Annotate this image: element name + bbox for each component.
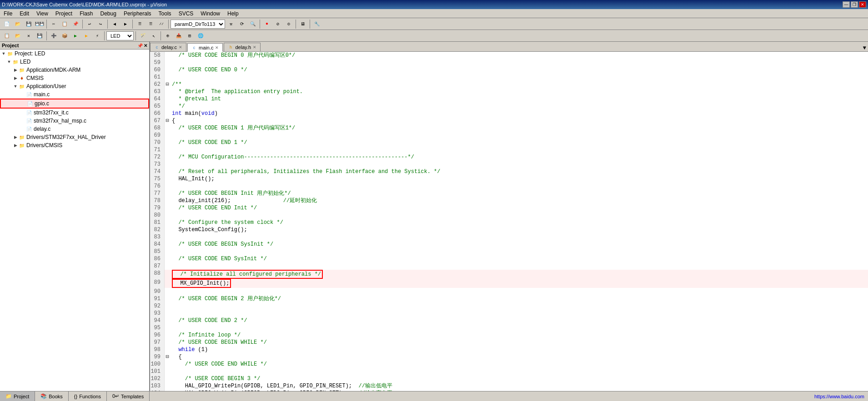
menu-window[interactable]: Window	[197, 9, 224, 18]
code-line-60: 60 /* USER CODE END 0 */	[150, 66, 868, 74]
cut-btn[interactable]: ✂	[49, 19, 59, 29]
forward-btn[interactable]: ▶	[120, 19, 130, 29]
tree-app-mdk[interactable]: ▶ 📁 Application/MDK-ARM	[0, 66, 149, 74]
expand-cmsis[interactable]: ▶	[13, 76, 18, 80]
tree-led[interactable]: ▼ 📁 LED	[0, 58, 149, 66]
code-editor[interactable]: 58 /* USER CODE BEGIN 0 用户代码编写区0*/ 59 60…	[150, 52, 868, 391]
rebuild-btn[interactable]: ⟳	[237, 19, 247, 29]
templates-tab-icon: 0↵	[112, 393, 119, 399]
proj-save-btn[interactable]: 💾	[35, 31, 45, 41]
debug-step-btn[interactable]: ⊙	[284, 19, 294, 29]
paste-btn[interactable]: 📌	[70, 19, 80, 29]
statusbar-functions-tab[interactable]: {} Functions	[69, 391, 107, 401]
expand-drivers-stm32[interactable]: ▶	[13, 135, 18, 139]
expand-project[interactable]: ▼	[1, 51, 6, 56]
proj-group-btn[interactable]: 📦	[60, 31, 70, 41]
import-btn[interactable]: 📥	[174, 31, 184, 41]
menu-flash[interactable]: Flash	[76, 9, 96, 18]
statusbar-left: 📁 Project 📚 Books {} Functions 0↵ Templa…	[0, 391, 150, 401]
save-all-btn[interactable]: 💾💾	[35, 19, 45, 29]
statusbar-templates-tab[interactable]: 0↵ Templates	[107, 391, 150, 401]
run-btn[interactable]: ●	[262, 19, 272, 29]
code-line-66: 66 int main(void)	[150, 110, 868, 117]
code-line-84: 84 /* USER CODE BEGIN SysInit */	[150, 241, 868, 248]
main-c-label: main.c	[33, 91, 50, 98]
project-dropdown[interactable]: LED	[106, 31, 134, 40]
tree-stm32-it[interactable]: ▶ 📄 stm32f7xx_it.c	[0, 109, 149, 117]
menu-view[interactable]: View	[33, 9, 52, 18]
new-file-btn[interactable]: 📄	[2, 19, 12, 29]
search-btn[interactable]: 🔍	[248, 19, 258, 29]
monitor-btn[interactable]: 🖥	[298, 19, 308, 29]
proj-new-btn[interactable]: 📋	[2, 31, 12, 41]
delay-h-tab-close[interactable]: ✕	[253, 45, 256, 50]
menu-edit[interactable]: Edit	[16, 9, 33, 18]
export-btn[interactable]: 🌐	[196, 31, 206, 41]
build-btn[interactable]: ⚒	[226, 19, 236, 29]
titlebar-controls: — ❐ ✕	[843, 1, 866, 8]
target-dropdown[interactable]: paramD_DirTo113	[171, 20, 225, 29]
tree-stm32-hal[interactable]: ▶ 📄 stm32f7xx_hal_msp.c	[0, 117, 149, 125]
proj-close-btn[interactable]: ✕	[24, 31, 34, 41]
tree-main-c[interactable]: ▶ 📄 main.c	[0, 90, 149, 99]
menu-file[interactable]: File	[0, 9, 16, 18]
code-line-74: 74 /* Reset of all peripherals, Initiali…	[150, 168, 868, 175]
tree-app-user[interactable]: ▼ 📁 Application/User	[0, 82, 149, 90]
menu-project[interactable]: Project	[52, 9, 76, 18]
stop-btn[interactable]: ⊘	[273, 19, 283, 29]
main-c-tab-label: main.c	[199, 45, 213, 50]
restore-button[interactable]: ❐	[851, 1, 858, 8]
tree-project-led[interactable]: ▼ 📁 Project: LED	[0, 50, 149, 58]
magic-wand-btn[interactable]: 🪄	[138, 31, 148, 41]
tab-delay-c[interactable]: c delay.c ✕	[150, 43, 186, 51]
expand-app-mdk[interactable]: ▶	[13, 68, 18, 72]
statusbar-project-tab[interactable]: 📁 Project	[0, 391, 35, 401]
tree-drivers-cmsis[interactable]: ▶ 📁 Drivers/CMSIS	[0, 141, 149, 149]
settings-btn[interactable]: 🔧	[312, 19, 322, 29]
statusbar-url: https://www.baidu.com	[814, 394, 864, 399]
expand-app-user[interactable]: ▼	[13, 84, 18, 89]
tree-delay-c[interactable]: ▶ 📄 delay.c	[0, 125, 149, 133]
delay-c-tab-close[interactable]: ✕	[179, 45, 182, 50]
panel-pin-btn[interactable]: 📌	[137, 43, 143, 48]
expand-drivers-cmsis[interactable]: ▶	[13, 143, 18, 148]
menu-help[interactable]: Help	[224, 9, 242, 18]
layers-btn[interactable]: ⊞	[185, 31, 195, 41]
minimize-button[interactable]: —	[843, 1, 850, 8]
proj-open-btn[interactable]: 📂	[13, 31, 23, 41]
indent-btn[interactable]: ☰	[135, 19, 145, 29]
copy-btn[interactable]: 📋	[60, 19, 70, 29]
arrow-btn[interactable]: ↖	[149, 31, 159, 41]
app-user-icon: 📁	[18, 83, 25, 90]
open-btn[interactable]: 📂	[13, 19, 23, 29]
statusbar-books-tab[interactable]: 📚 Books	[35, 391, 69, 401]
tab-main-c[interactable]: c main.c ✕	[187, 43, 223, 52]
proj-run-btn[interactable]: ▶	[70, 31, 80, 41]
menu-peripherals[interactable]: Peripherals	[120, 9, 155, 18]
save-btn[interactable]: 💾	[24, 19, 34, 29]
close-button[interactable]: ✕	[859, 1, 866, 8]
menu-svcs[interactable]: SVCS	[175, 9, 197, 18]
menu-tools[interactable]: Tools	[155, 9, 175, 18]
sep2	[82, 20, 83, 29]
tree-drivers-stm32[interactable]: ▶ 📁 Drivers/STM32F7xx_HAL_Driver	[0, 133, 149, 141]
expand-led[interactable]: ▼	[6, 59, 12, 64]
main-c-tab-close[interactable]: ✕	[215, 45, 219, 50]
sep12	[161, 31, 161, 40]
panel-close-btn[interactable]: ✕	[144, 43, 147, 48]
redo-btn[interactable]: ↪	[95, 19, 105, 29]
proj-add-btn[interactable]: ➕	[49, 31, 59, 41]
undo-btn[interactable]: ↩	[85, 19, 95, 29]
proj-stop-btn[interactable]: ▶	[81, 31, 91, 41]
tree-gpio-c[interactable]: ▶ 📄 gpio.c	[0, 99, 149, 109]
tab-delay-h[interactable]: h delay.h ✕	[224, 43, 261, 51]
add-component-btn[interactable]: ⊕	[163, 31, 173, 41]
code-line-64: 64 * @retval int	[150, 95, 868, 103]
tab-scroll-btn[interactable]: ▼	[861, 45, 868, 51]
menu-debug[interactable]: Debug	[97, 9, 120, 18]
tree-cmsis[interactable]: ▶ ♦ CMSIS	[0, 74, 149, 82]
back-btn[interactable]: ◀	[110, 19, 120, 29]
comment-btn[interactable]: //	[156, 19, 166, 29]
unindent-btn[interactable]: ☰	[146, 19, 156, 29]
proj-debug-btn[interactable]: ⚡	[92, 31, 102, 41]
